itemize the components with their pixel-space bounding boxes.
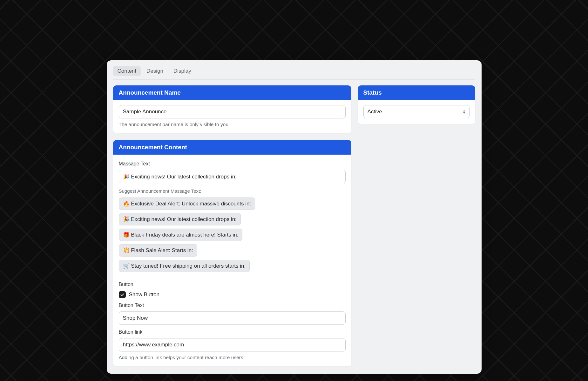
announcement-name-input[interactable] bbox=[119, 105, 346, 118]
button-text-input[interactable] bbox=[119, 311, 346, 325]
suggestion-item[interactable]: 🛒 Stay tuned! Free shipping on all order… bbox=[119, 260, 250, 272]
tab-content[interactable]: Content bbox=[113, 66, 141, 76]
button-text-label: Button Text bbox=[119, 303, 346, 308]
suggestion-item[interactable]: 🔥 Exclusive Deal Alert: Unlock massive d… bbox=[119, 197, 255, 210]
status-card: Status Active ▲▼ bbox=[358, 85, 475, 124]
message-text-input[interactable] bbox=[119, 170, 346, 183]
suggestion-item[interactable]: 💥 Flash Sale Alert: Starts in: bbox=[119, 244, 197, 257]
announcement-name-header: Announcement Name bbox=[113, 85, 351, 100]
suggestion-item[interactable]: 🎁 Black Friday deals are almost here! St… bbox=[119, 229, 243, 241]
tab-display[interactable]: Display bbox=[169, 66, 196, 76]
announcement-content-card: Announcement Content Massage Text Sugges… bbox=[113, 140, 351, 366]
show-button-checkbox[interactable] bbox=[119, 291, 126, 298]
suggestions-list: 🔥 Exclusive Deal Alert: Unlock massive d… bbox=[119, 197, 346, 272]
announcement-content-header: Announcement Content bbox=[113, 140, 351, 155]
button-link-input[interactable] bbox=[119, 338, 346, 351]
suggestions-label: Suggest Announcement Massage Text: bbox=[119, 188, 346, 194]
announcement-name-card: Announcement Name The announcement bar n… bbox=[113, 85, 351, 133]
status-select[interactable]: Active bbox=[363, 105, 470, 118]
tabs-row: Content Design Display bbox=[113, 66, 475, 80]
check-icon bbox=[120, 292, 125, 297]
message-text-label: Massage Text bbox=[119, 161, 346, 167]
status-header: Status bbox=[358, 85, 475, 100]
button-section-label: Button bbox=[119, 282, 346, 287]
tab-design[interactable]: Design bbox=[142, 66, 168, 76]
announcement-name-help: The announcement bar name is only visibl… bbox=[119, 122, 346, 127]
button-link-help: Adding a button link helps your content … bbox=[119, 355, 346, 360]
settings-panel: Content Design Display Announcement Name… bbox=[107, 60, 482, 374]
button-link-label: Button link bbox=[119, 329, 346, 335]
suggestion-item[interactable]: 🎉 Exciting news! Our latest collection d… bbox=[119, 213, 241, 225]
show-button-label: Show Button bbox=[129, 291, 159, 298]
